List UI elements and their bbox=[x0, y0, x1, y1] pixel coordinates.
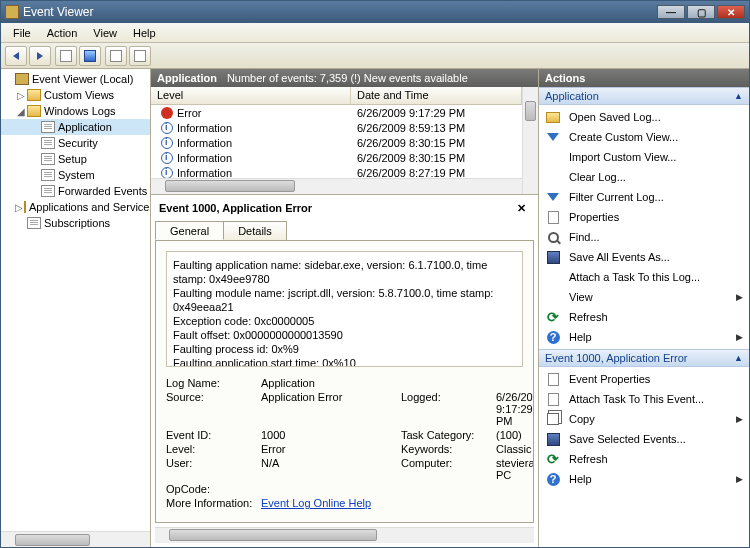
event-list[interactable]: Level Date and Time Error6/26/2009 9:17:… bbox=[151, 87, 522, 194]
toolbar-btn-4[interactable] bbox=[129, 46, 151, 66]
action-item[interactable]: Clear Log... bbox=[539, 167, 749, 187]
action-item[interactable]: Save All Events As... bbox=[539, 247, 749, 267]
action-item[interactable]: Create Custom View... bbox=[539, 127, 749, 147]
detail-hscroll[interactable] bbox=[155, 527, 534, 543]
action-label: Clear Log... bbox=[569, 171, 626, 183]
tree-system[interactable]: System bbox=[1, 167, 150, 183]
event-row[interactable]: Information6/26/2009 8:30:15 PM bbox=[151, 150, 522, 165]
tree-hscroll[interactable] bbox=[1, 531, 150, 547]
tree-subscriptions[interactable]: Subscriptions bbox=[1, 215, 150, 231]
maximize-button[interactable]: ▢ bbox=[687, 5, 715, 19]
v-logged: 6/26/2009 9:17:29 PM bbox=[496, 391, 534, 427]
tab-general[interactable]: General bbox=[155, 221, 224, 240]
tree-security[interactable]: Security bbox=[1, 135, 150, 151]
menu-view[interactable]: View bbox=[85, 25, 125, 41]
k-logged: Logged: bbox=[401, 391, 496, 427]
actions-section-application[interactable]: Application▲ bbox=[539, 87, 749, 105]
info-icon bbox=[161, 152, 173, 164]
menu-help[interactable]: Help bbox=[125, 25, 164, 41]
tree-windows-logs[interactable]: ◢ Windows Logs bbox=[1, 103, 150, 119]
close-button[interactable]: ✕ bbox=[717, 5, 745, 19]
action-item[interactable]: Open Saved Log... bbox=[539, 107, 749, 127]
action-item[interactable]: Find... bbox=[539, 227, 749, 247]
k-moreinfo: More Information: bbox=[166, 497, 261, 509]
tree-root[interactable]: Event Viewer (Local) bbox=[1, 71, 150, 87]
toolbar bbox=[1, 43, 749, 69]
action-item[interactable]: Copy▶ bbox=[539, 409, 749, 429]
actions-section-event[interactable]: Event 1000, Application Error▲ bbox=[539, 349, 749, 367]
titlebar: Event Viewer — ▢ ✕ bbox=[1, 1, 749, 23]
info-icon bbox=[161, 122, 173, 134]
event-date: 6/26/2009 8:59:13 PM bbox=[351, 122, 522, 134]
actions-title: Actions bbox=[539, 69, 749, 87]
event-level: Information bbox=[177, 137, 232, 149]
action-item[interactable]: Import Custom View... bbox=[539, 147, 749, 167]
submenu-arrow-icon: ▶ bbox=[736, 414, 743, 424]
events-header-title: Application bbox=[157, 72, 217, 84]
action-item[interactable]: Attach Task To This Event... bbox=[539, 389, 749, 409]
toolbar-btn-2[interactable] bbox=[79, 46, 101, 66]
find-icon bbox=[548, 232, 559, 243]
col-date[interactable]: Date and Time bbox=[351, 87, 522, 104]
event-list-header[interactable]: Level Date and Time bbox=[151, 87, 522, 105]
tree-apps-services[interactable]: ▷ Applications and Services Logs bbox=[1, 199, 150, 215]
action-item[interactable]: View▶ bbox=[539, 287, 749, 307]
chevron-up-icon: ▲ bbox=[734, 91, 743, 101]
k-keywords: Keywords: bbox=[401, 443, 496, 455]
event-list-hscroll[interactable] bbox=[151, 178, 522, 194]
copy-icon bbox=[547, 413, 559, 425]
menu-file[interactable]: File bbox=[5, 25, 39, 41]
action-item[interactable]: ?Help▶ bbox=[539, 469, 749, 489]
v-source: Application Error bbox=[261, 391, 401, 427]
action-item[interactable]: Properties bbox=[539, 207, 749, 227]
forward-button[interactable] bbox=[29, 46, 51, 66]
actions-pane: Actions Application▲ Open Saved Log...Cr… bbox=[539, 69, 749, 547]
tree[interactable]: Event Viewer (Local) ▷ Custom Views ◢ Wi… bbox=[1, 69, 150, 531]
v-level: Error bbox=[261, 443, 401, 455]
filter-icon bbox=[547, 193, 559, 201]
action-item[interactable]: ⟳Refresh bbox=[539, 449, 749, 469]
v-computer: stevieray-PC bbox=[496, 457, 534, 481]
toolbar-btn-1[interactable] bbox=[55, 46, 77, 66]
event-level: Information bbox=[177, 167, 232, 179]
log-icon bbox=[41, 137, 55, 149]
action-label: Save Selected Events... bbox=[569, 433, 686, 445]
page-icon bbox=[548, 211, 559, 224]
help-icon: ? bbox=[547, 473, 560, 486]
event-log-online-help-link[interactable]: Event Log Online Help bbox=[261, 497, 371, 509]
computer-icon bbox=[15, 73, 29, 85]
event-row[interactable]: Information6/26/2009 8:59:13 PM bbox=[151, 120, 522, 135]
action-item[interactable]: ⟳Refresh bbox=[539, 307, 749, 327]
info-icon bbox=[161, 167, 173, 179]
action-item[interactable]: Save Selected Events... bbox=[539, 429, 749, 449]
menu-action[interactable]: Action bbox=[39, 25, 86, 41]
col-level[interactable]: Level bbox=[151, 87, 351, 104]
tree-setup[interactable]: Setup bbox=[1, 151, 150, 167]
k-eventid: Event ID: bbox=[166, 429, 261, 441]
tab-details[interactable]: Details bbox=[223, 221, 287, 240]
events-header: Application Number of events: 7,359 (!) … bbox=[151, 69, 538, 87]
event-row[interactable]: Information6/26/2009 8:27:19 PM bbox=[151, 165, 522, 178]
action-item[interactable]: Event Properties bbox=[539, 369, 749, 389]
tree-custom-views[interactable]: ▷ Custom Views bbox=[1, 87, 150, 103]
back-button[interactable] bbox=[5, 46, 27, 66]
action-item[interactable]: ?Help▶ bbox=[539, 327, 749, 347]
action-item[interactable]: Filter Current Log... bbox=[539, 187, 749, 207]
fault-text: Faulting application name: sidebar.exe, … bbox=[166, 251, 523, 367]
action-label: Copy bbox=[569, 413, 595, 425]
log-icon bbox=[41, 169, 55, 181]
event-list-vscroll[interactable] bbox=[522, 87, 538, 194]
minimize-button[interactable]: — bbox=[657, 5, 685, 19]
center-pane: Application Number of events: 7,359 (!) … bbox=[151, 69, 539, 547]
page-icon bbox=[548, 393, 559, 406]
action-item[interactable]: Attach a Task To this Log... bbox=[539, 267, 749, 287]
event-row[interactable]: Error6/26/2009 9:17:29 PM bbox=[151, 105, 522, 120]
tree-application[interactable]: Application bbox=[1, 119, 150, 135]
event-row[interactable]: Information6/26/2009 8:30:15 PM bbox=[151, 135, 522, 150]
tree-forwarded[interactable]: Forwarded Events bbox=[1, 183, 150, 199]
detail-close-button[interactable]: ✕ bbox=[513, 202, 530, 215]
action-label: Refresh bbox=[569, 453, 608, 465]
k-opcode: OpCode: bbox=[166, 483, 261, 495]
toolbar-btn-3[interactable] bbox=[105, 46, 127, 66]
action-label: Open Saved Log... bbox=[569, 111, 661, 123]
